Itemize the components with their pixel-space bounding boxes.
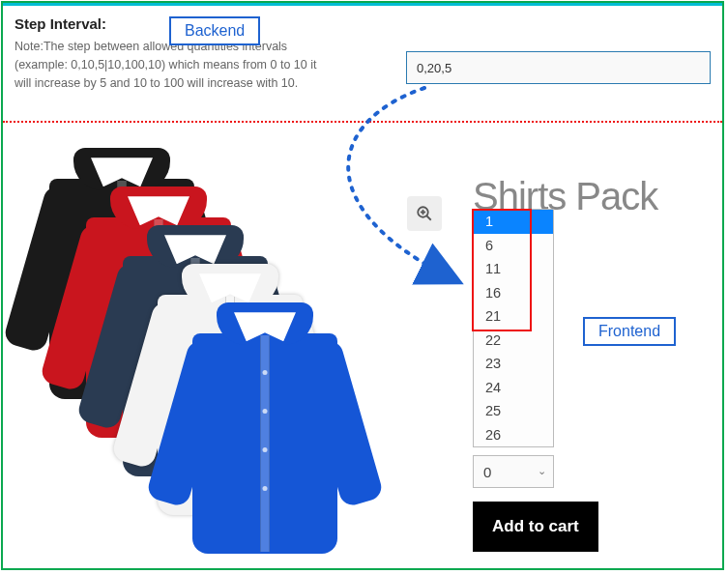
dropdown-option[interactable]: 11 [474, 257, 553, 281]
dropdown-option[interactable]: 23 [474, 352, 553, 376]
step-interval-note: Note:The step between allowed quantities… [15, 38, 324, 92]
dropdown-option[interactable]: 24 [474, 376, 553, 400]
dropdown-option[interactable]: 22 [474, 329, 553, 353]
dropdown-option[interactable]: 25 [474, 399, 553, 423]
zoom-in-icon[interactable] [407, 196, 442, 231]
dropdown-option[interactable]: 1 [474, 210, 553, 234]
svg-line-1 [426, 215, 431, 220]
step-interval-input[interactable] [406, 51, 711, 84]
dropdown-option[interactable]: 26 [474, 423, 553, 447]
frontend-badge: Frontend [583, 317, 676, 346]
step-interval-label: Step Interval: [15, 15, 106, 32]
quantity-select[interactable] [473, 455, 554, 488]
add-to-cart-button[interactable]: Add to cart [473, 502, 598, 552]
product-image [15, 148, 372, 505]
dropdown-option[interactable]: 21 [474, 304, 553, 329]
quantity-dropdown-list[interactable]: 1 6 11 16 21 22 23 24 25 26 [473, 209, 554, 447]
backend-badge: Backend [169, 16, 260, 45]
dropdown-option[interactable]: 6 [474, 234, 553, 258]
dropdown-option[interactable]: 16 [474, 281, 553, 305]
